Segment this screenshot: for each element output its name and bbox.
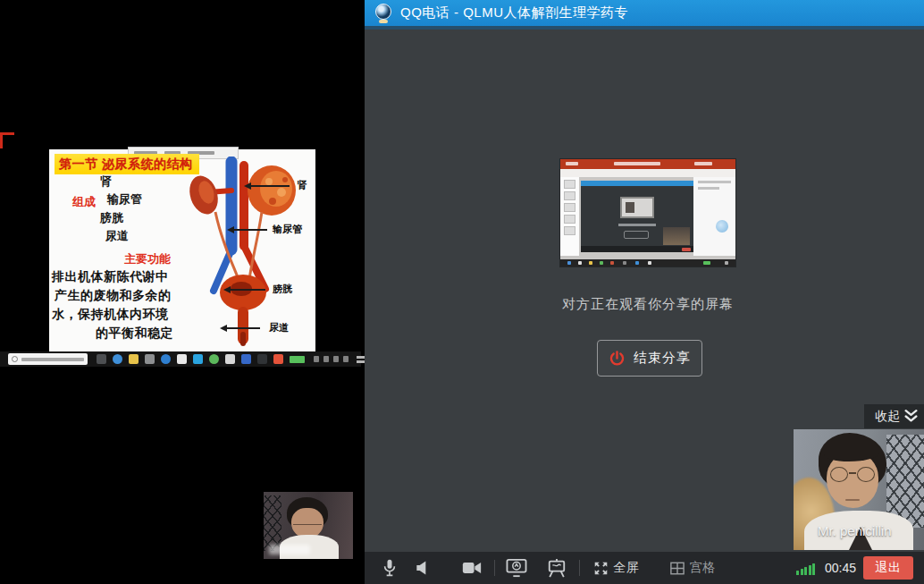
search-placeholder-blur <box>21 358 84 361</box>
mini-slide-panel <box>560 177 579 256</box>
window-title: QQ电话 - QLMU人体解剖生理学药专 <box>400 4 628 21</box>
person-glasses <box>829 467 876 485</box>
microphone-button[interactable] <box>378 552 401 584</box>
slide-function-label: 主要功能 <box>124 251 171 267</box>
slide-list-item: 尿道 <box>105 228 129 244</box>
grid-icon <box>670 562 685 575</box>
share-screen-icon <box>506 558 527 578</box>
taskbar-app-icons <box>97 354 305 364</box>
slide-function-line: 的平衡和稳定 <box>96 326 173 342</box>
mini-ppt-ribbon <box>560 169 735 177</box>
shared-screen-preview: 第一节 泌尿系统的结构 组成 肾 输尿管 膀胱 尿道 主要功能 排出机体新陈代谢… <box>0 0 361 584</box>
toolbar-separator <box>494 560 495 576</box>
screen: 第一节 泌尿系统的结构 组成 肾 输尿管 膀胱 尿道 主要功能 排出机体新陈代谢… <box>0 0 924 584</box>
signal-strength-icon <box>796 563 815 575</box>
slide-function-line: 产生的废物和多余的 <box>55 288 172 304</box>
taskbar-search-input <box>8 353 88 365</box>
call-titlebar[interactable]: QQ电话 - QLMU人体解剖生理学药专 <box>365 0 924 30</box>
taskbar-app-icon <box>257 354 267 364</box>
lattice-wall <box>264 495 281 551</box>
diagram-label-urethra: 尿道 <box>269 321 289 334</box>
screen-share-thumbnail <box>560 159 735 267</box>
taskbar-app-icon <box>129 354 139 364</box>
end-share-button[interactable]: 结束分享 <box>597 340 702 377</box>
mini-qq-window <box>581 181 693 252</box>
diagram-label-ureter: 输尿管 <box>273 223 302 236</box>
taskbar-app-icon <box>97 354 106 364</box>
diagram-arrow <box>233 229 267 231</box>
speaker-button[interactable] <box>411 552 434 584</box>
slide-function-line: 水，保持机体内环境 <box>52 307 169 323</box>
search-icon <box>12 356 18 362</box>
grid-view-button[interactable]: 宫格 <box>667 552 718 584</box>
diagram-arrow <box>226 327 260 329</box>
taskbar-app-icon <box>161 354 171 364</box>
collapse-label: 收起 <box>875 409 900 425</box>
participant-video-tile[interactable]: Mr. penicillin <box>794 429 924 550</box>
slide-list-item: 肾 <box>100 174 112 190</box>
slide-list-item: 输尿管 <box>107 191 142 207</box>
ppt-slide: 第一节 泌尿系统的结构 组成 肾 输尿管 膀胱 尿道 主要功能 排出机体新陈代谢… <box>49 149 315 351</box>
diagram-label-bladder: 膀胱 <box>273 283 292 296</box>
grid-label: 宫格 <box>690 560 715 576</box>
taskbar-app-icon <box>193 354 203 364</box>
diagram-arrow <box>250 185 290 187</box>
slide-list-item: 膀胱 <box>100 210 123 226</box>
exit-button[interactable]: 退出 <box>863 556 913 580</box>
mini-ppt-titlebar <box>560 159 735 169</box>
chevron-double-down-icon <box>903 409 919 424</box>
person-glasses <box>293 517 322 525</box>
participant-name: Mr. penicillin <box>818 523 892 538</box>
slide-title: 第一节 泌尿系统的结构 <box>55 154 199 174</box>
person-mouth <box>845 499 860 501</box>
microphone-icon <box>381 558 399 578</box>
share-screen-button[interactable] <box>503 552 530 584</box>
self-webcam-preview <box>264 492 353 559</box>
call-timer: 00:45 <box>825 561 856 575</box>
slide-compose-label: 组成 <box>72 194 96 210</box>
share-status-text: 对方正在观看你分享的屏幕 <box>365 296 924 313</box>
whiteboard-icon <box>546 558 567 578</box>
mini-avatar-bubble <box>716 220 728 233</box>
camera-button[interactable] <box>460 552 483 584</box>
call-toolbar: 全屏 宫格 00:45 退出 <box>365 552 924 584</box>
call-main-area: 对方正在观看你分享的屏幕 结束分享 收起 <box>365 33 924 552</box>
share-region-corner-marker <box>0 132 14 148</box>
taskbar-app-icon <box>241 354 251 364</box>
taskbar-app-icon <box>225 354 235 364</box>
collapse-button[interactable]: 收起 <box>864 404 924 428</box>
diagram-label-kidney: 肾 <box>298 179 307 192</box>
taskbar-app-icon <box>273 354 283 364</box>
video-camera-icon <box>462 560 482 576</box>
name-overlay-blurred <box>269 545 310 554</box>
taskbar-app-icon <box>145 354 155 364</box>
taskbar-app-icon <box>177 354 187 364</box>
fullscreen-label: 全屏 <box>614 560 639 576</box>
fullscreen-button[interactable]: 全屏 <box>590 552 642 584</box>
slide-function-line: 排出机体新陈代谢中 <box>52 269 169 285</box>
mini-taskbar <box>560 259 735 267</box>
taskbar-app-icon <box>209 354 219 364</box>
webcam-icon <box>374 4 392 23</box>
battery-icon <box>290 356 305 363</box>
fullscreen-icon <box>593 561 609 576</box>
end-share-label: 结束分享 <box>634 350 691 367</box>
diagram-arrow <box>230 289 265 291</box>
taskbar-app-icon <box>113 354 122 364</box>
qq-call-window: QQ电话 - QLMU人体解剖生理学药专 <box>365 0 924 584</box>
power-icon <box>609 350 626 367</box>
speaker-icon <box>414 559 432 577</box>
windows-taskbar <box>0 351 361 367</box>
whiteboard-button[interactable] <box>543 552 570 584</box>
mini-chat-panel <box>693 177 735 256</box>
toolbar-separator <box>579 560 580 576</box>
